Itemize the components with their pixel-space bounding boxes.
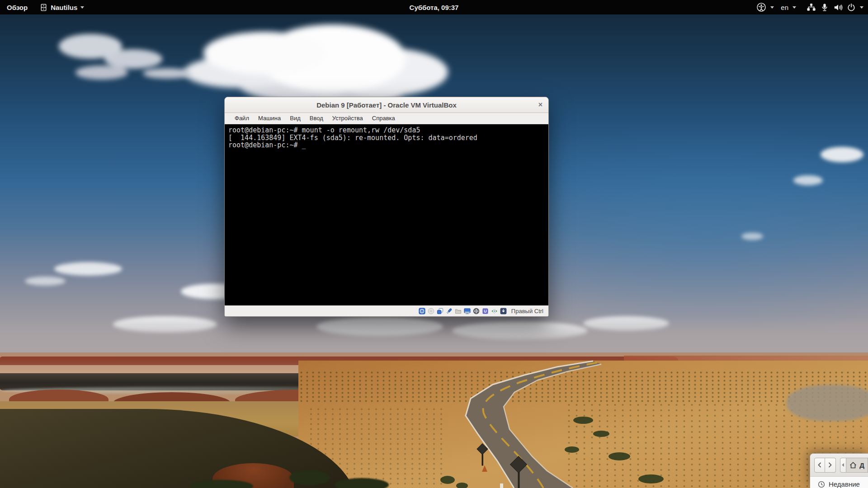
harddisk-icon[interactable]: [419, 308, 425, 314]
close-button[interactable]: ×: [538, 97, 542, 113]
network-wired-icon: [807, 3, 816, 12]
terminal-line: root@debian-pc:~# _: [228, 141, 548, 149]
nautilus-app-icon: [40, 4, 47, 11]
back-button[interactable]: [814, 458, 825, 473]
menu-view[interactable]: Вид: [285, 113, 305, 124]
host-key-label: Правый Ctrl: [511, 308, 543, 314]
app-menu-label: Nautilus: [51, 4, 77, 11]
accessibility-icon[interactable]: [756, 2, 766, 12]
network-adapters-icon[interactable]: [437, 308, 443, 314]
menu-devices[interactable]: Устройства: [328, 113, 368, 124]
vm-status-bar: Правый Ctrl: [225, 305, 548, 316]
nautilus-window: Д Недавние: [810, 453, 868, 488]
chevron-down-icon: [80, 6, 84, 9]
forward-button[interactable]: [825, 458, 836, 473]
volume-icon: [833, 3, 843, 12]
microphone-icon: [820, 3, 829, 12]
terminal-line: [ 144.163849] EXT4-fs (sda5): re-mounted…: [228, 134, 548, 142]
sidebar-item-label: Недавние: [829, 480, 860, 488]
power-icon: [847, 3, 856, 12]
activities-button[interactable]: Обзор: [0, 0, 34, 14]
home-icon: [849, 462, 857, 469]
menu-file[interactable]: Файл: [230, 113, 254, 124]
menu-input[interactable]: Ввод: [305, 113, 328, 124]
host-key-icon[interactable]: [500, 308, 507, 314]
optical-disk-icon[interactable]: [428, 308, 434, 314]
chevron-down-icon: [860, 6, 863, 9]
bush: [335, 478, 389, 488]
bush: [289, 470, 330, 485]
chevron-right-icon: [827, 462, 833, 468]
chevron-down-icon[interactable]: [793, 6, 796, 9]
chevron-down-icon[interactable]: [770, 6, 774, 9]
virtualbox-window: Debian 9 [Работает] - Oracle VM VirtualB…: [224, 97, 549, 317]
top-bar: Обзор Nautilus Суббота, 09:37 en: [0, 0, 868, 14]
clock-icon: [818, 481, 825, 488]
terminal-line: root@debian-pc:~# mount -o remount,rw /d…: [228, 127, 548, 134]
clock[interactable]: Суббота, 09:37: [410, 4, 459, 11]
video-capture-icon[interactable]: [473, 308, 480, 314]
sidebar-item-recent[interactable]: Недавние: [810, 477, 868, 488]
shared-folders-icon[interactable]: [455, 308, 462, 314]
app-menu[interactable]: Nautilus: [34, 0, 90, 14]
menu-machine[interactable]: Машина: [254, 113, 285, 124]
cpu-features-icon[interactable]: [482, 308, 489, 314]
menu-help[interactable]: Справка: [368, 113, 400, 124]
vm-menu-bar: Файл Машина Вид Ввод Устройства Справка: [225, 113, 548, 124]
pathbar-scroll-left-button[interactable]: [840, 458, 847, 473]
system-status-area: en: [756, 0, 865, 14]
pathbar-label: Д: [859, 461, 864, 469]
pathbar-home-segment[interactable]: Д: [846, 458, 868, 473]
chevron-left-icon: [817, 462, 822, 468]
vm-window-title: Debian 9 [Работает] - Oracle VM VirtualB…: [316, 101, 457, 109]
mouse-integration-icon[interactable]: [491, 308, 498, 314]
vm-console-screen[interactable]: root@debian-pc:~# mount -o remount,rw /d…: [225, 124, 548, 305]
terminal-cursor: _: [302, 141, 306, 149]
triangle-left-icon: [842, 463, 844, 467]
aggregate-menu[interactable]: [805, 3, 865, 12]
usb-icon[interactable]: [446, 308, 453, 314]
nautilus-header-bar[interactable]: Д: [810, 454, 868, 477]
keyboard-layout-indicator[interactable]: en: [781, 4, 788, 11]
vm-title-bar[interactable]: Debian 9 [Работает] - Oracle VM VirtualB…: [225, 97, 548, 113]
display-icon[interactable]: [464, 308, 471, 314]
desktop: Обзор Nautilus Суббота, 09:37 en: [0, 0, 868, 488]
